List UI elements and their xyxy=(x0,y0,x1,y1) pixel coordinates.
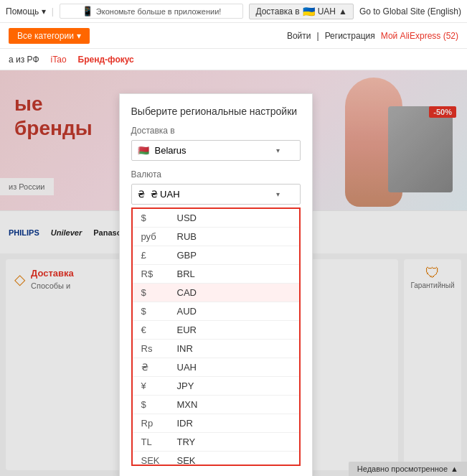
category-nav: а из РФ iTao Бренд-фокус xyxy=(0,49,467,70)
all-categories-button[interactable]: Все категории ▾ xyxy=(9,28,90,44)
currency-select[interactable]: ₴ ₴ UAH ▾ xyxy=(131,184,301,205)
ukraine-flag: 🇺🇦 xyxy=(303,6,315,17)
my-ali-link[interactable]: Мой AliExpress (52) xyxy=(381,31,458,41)
currency-label: Валюта xyxy=(131,169,301,179)
phone-icon: 📱 xyxy=(82,6,93,17)
currency-code: TRY xyxy=(177,437,196,447)
regional-panel-title: Выберите региональные настройки xyxy=(131,106,301,117)
chevron-down-icon: ▾ xyxy=(276,146,280,154)
cat-nav-brand-focus[interactable]: Бренд-фокус xyxy=(78,55,134,65)
currency-code: SEK xyxy=(177,455,196,466)
currency-item-mxn[interactable]: $MXN xyxy=(133,396,299,414)
currency-code: UAH xyxy=(177,362,197,373)
currency-code: AUD xyxy=(177,306,197,317)
currency-symbol: Rp xyxy=(141,418,177,429)
currency-item-gbp[interactable]: £GBP xyxy=(133,246,299,265)
currency-symbol: руб xyxy=(141,231,177,242)
second-nav: Все категории ▾ Войти | Регистрация Мой … xyxy=(0,23,467,49)
currency-symbol: £ xyxy=(141,250,177,261)
currency-symbol: TL xyxy=(141,437,177,447)
delivery-button[interactable]: Доставка в 🇺🇦 UAH ▲ xyxy=(249,4,353,19)
currency-symbol: ₴ xyxy=(141,362,177,373)
currency-item-jpy[interactable]: ¥JPY xyxy=(133,377,299,396)
currency-item-usd[interactable]: $USD xyxy=(133,209,299,228)
currency-code: GBP xyxy=(177,250,197,261)
register-link[interactable]: Регистрация xyxy=(325,31,375,41)
currency-code: EUR xyxy=(177,325,197,335)
global-site-link[interactable]: Go to Global Site (English) xyxy=(359,6,461,17)
currency-item-rub[interactable]: рубRUB xyxy=(133,228,299,246)
uah-icon: ₴ xyxy=(138,189,145,200)
currency-symbol: $ xyxy=(141,213,177,223)
belarus-flag: 🇧🇾 xyxy=(138,145,149,156)
currency-code: IDR xyxy=(177,418,193,429)
cat-nav-itao[interactable]: iTao xyxy=(51,55,67,65)
currency-symbol: SEK xyxy=(141,455,177,466)
currency-item-brl[interactable]: R$BRL xyxy=(133,265,299,284)
currency-symbol: R$ xyxy=(141,269,177,279)
help-menu[interactable]: Помощь ▾ xyxy=(6,6,46,17)
currency-code: MXN xyxy=(177,399,198,410)
currency-item-try[interactable]: TLTRY xyxy=(133,433,299,452)
login-link[interactable]: Войти xyxy=(287,31,311,41)
currency-symbol: $ xyxy=(141,306,177,317)
currency-symbol: ¥ xyxy=(141,381,177,391)
currency-code: BRL xyxy=(177,269,195,279)
chevron-down-currency-icon: ▾ xyxy=(276,190,280,198)
currency-code: JPY xyxy=(177,381,194,391)
currency-item-sek[interactable]: SEKSEK xyxy=(133,452,299,466)
promo-banner: 📱 Экономьте больше в приложении! xyxy=(60,4,244,19)
auth-area: Войти | Регистрация Мой AliExpress (52) xyxy=(287,31,458,41)
currency-item-uah[interactable]: ₴UAH xyxy=(133,358,299,377)
currency-list: $USDрубRUB£GBPR$BRL$CAD$AUD€EURRsINR₴UAH… xyxy=(131,207,301,466)
regional-settings-panel: Выберите региональные настройки Доставка… xyxy=(119,93,313,476)
delivery-country-select[interactable]: 🇧🇾 Belarus ▾ xyxy=(131,140,301,161)
currency-symbol: Rs xyxy=(141,343,177,354)
currency-code: INR xyxy=(177,343,193,354)
cat-nav-rf[interactable]: а из РФ xyxy=(9,55,39,65)
currency-symbol: $ xyxy=(141,287,177,298)
delivery-to-label: Доставка в xyxy=(131,126,301,136)
currency-code: USD xyxy=(177,213,197,223)
main-content: ые бренды -50% из России PHILIPS Unileve… xyxy=(0,70,467,476)
currency-item-idr[interactable]: RpIDR xyxy=(133,414,299,433)
currency-symbol: $ xyxy=(141,399,177,410)
currency-symbol: € xyxy=(141,325,177,335)
currency-code: CAD xyxy=(177,287,197,298)
currency-code: RUB xyxy=(177,231,197,242)
currency-item-aud[interactable]: $AUD xyxy=(133,302,299,321)
currency-item-eur[interactable]: €EUR xyxy=(133,321,299,340)
currency-item-cad[interactable]: $CAD xyxy=(133,284,299,302)
currency-item-inr[interactable]: RsINR xyxy=(133,340,299,358)
top-nav: Помощь ▾ | 📱 Экономьте больше в приложен… xyxy=(0,0,467,23)
